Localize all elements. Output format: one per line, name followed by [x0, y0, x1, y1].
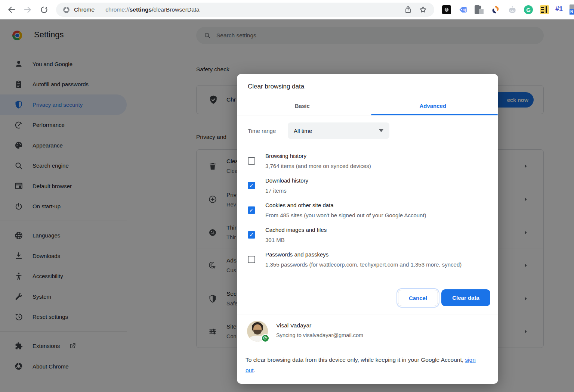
ext-cutoff-icon[interactable]: N	[570, 4, 574, 15]
dialog-divider	[237, 314, 498, 314]
checkbox-row-browsing-history[interactable]: Browsing history 3,764 items (and more o…	[248, 149, 498, 173]
profile-name: Visal Vadayar	[276, 322, 311, 329]
omnibox-site-label: Chrome	[74, 6, 95, 13]
cancel-button[interactable]: Cancel	[398, 290, 438, 306]
dialog-tabs: Basic Advanced	[237, 97, 498, 115]
share-icon[interactable]	[404, 5, 413, 14]
ext-grammarly-icon[interactable]: G	[524, 5, 533, 14]
chevron-down-icon	[379, 129, 383, 132]
cookies-checkbox[interactable]	[248, 206, 255, 214]
time-range-label: Time range	[248, 128, 288, 134]
bookmark-star-icon[interactable]	[419, 5, 428, 14]
dialog-title: Clear browsing data	[248, 83, 304, 90]
tab-basic[interactable]: Basic	[237, 97, 368, 115]
browsing-history-checkbox[interactable]	[248, 157, 255, 165]
back-icon[interactable]	[7, 5, 16, 15]
omnibox-separator	[100, 6, 100, 14]
forward-icon[interactable]	[23, 5, 33, 15]
tab-advanced[interactable]: Advanced	[368, 97, 499, 115]
checkbox-row-passwords[interactable]: Passwords and passkeys 1,355 passwords (…	[248, 247, 498, 272]
dialog-divider	[244, 347, 490, 347]
reload-icon[interactable]	[39, 5, 49, 15]
passwords-checkbox[interactable]	[248, 256, 255, 263]
sync-badge-icon: ⟳	[261, 334, 269, 342]
ext-ruler-icon[interactable]	[540, 5, 549, 14]
time-range-value: All time	[294, 128, 379, 134]
ext-coupon-tag-icon[interactable]: 8]	[459, 5, 467, 14]
profile-sync-status: Syncing to visalvadayar@gmail.com	[276, 332, 363, 338]
browser-toolbar: Chrome chrome://settings/clearBrowserDat…	[0, 0, 574, 19]
time-range-row: Time range All time	[248, 122, 498, 139]
ext-similarweb-icon[interactable]	[491, 5, 500, 14]
ext-gray-photo-icon[interactable]	[475, 5, 484, 14]
ext-hash1-icon[interactable]: #1	[555, 5, 563, 13]
ext-robot-icon[interactable]	[508, 5, 517, 14]
svg-text:8]: 8]	[463, 8, 466, 12]
download-history-checkbox[interactable]	[248, 182, 255, 189]
omnibox-url[interactable]: chrome://settings/clearBrowserData	[105, 6, 200, 13]
clear-browsing-data-dialog: Clear browsing data Basic Advanced Time …	[237, 74, 498, 384]
time-range-select[interactable]: All time	[288, 122, 389, 139]
checkbox-row-cookies[interactable]: Cookies and other site data From 485 sit…	[248, 198, 498, 223]
checkbox-row-download-history[interactable]: Download history 17 items	[248, 173, 498, 198]
omnibox[interactable]: Chrome chrome://settings/clearBrowserDat…	[56, 3, 434, 17]
ext-dark-globe-icon[interactable]	[442, 5, 451, 14]
chrome-favicon-icon	[62, 6, 70, 14]
dialog-body: Time range All time Browsing history 3,7…	[237, 116, 498, 281]
checkbox-row-cached-images[interactable]: Cached images and files 301 MB	[248, 223, 498, 247]
dialog-footer-note: To clear browsing data from this device …	[246, 355, 485, 376]
clear-data-button[interactable]: Clear data	[441, 289, 490, 306]
chrome-settings-window: Chrome chrome://settings/clearBrowserDat…	[0, 0, 574, 392]
cached-images-checkbox[interactable]	[248, 231, 255, 239]
dialog-divider	[237, 281, 498, 281]
